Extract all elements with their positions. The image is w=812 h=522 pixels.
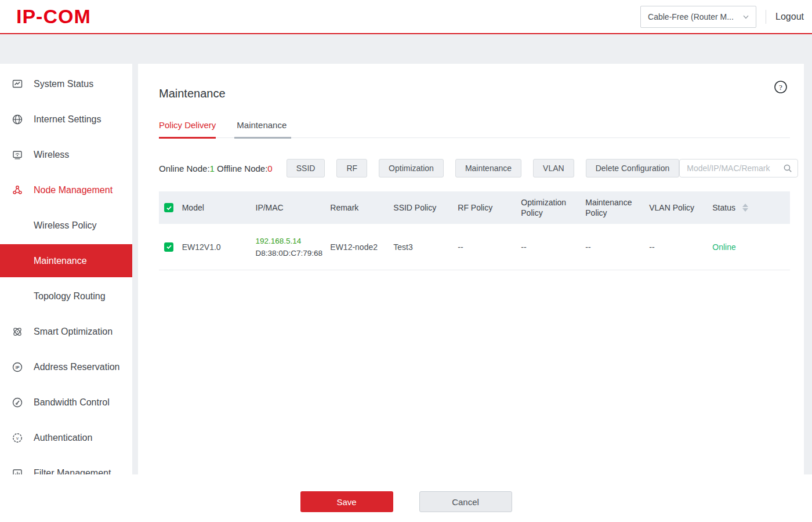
select-all-checkbox[interactable] <box>164 203 173 212</box>
globe-icon <box>12 114 23 125</box>
row-checkbox-cell <box>159 242 182 252</box>
page-title: Maintenance <box>159 87 790 100</box>
nodes-table: Model IP/MAC Remark SSID Policy RF Polic… <box>159 191 790 270</box>
save-button[interactable]: Save <box>300 491 393 512</box>
sidebar-item-label: Wireless <box>34 150 69 160</box>
column-header-optimization-policy: Optimization Policy <box>521 197 585 218</box>
sort-asc-icon[interactable] <box>742 204 748 207</box>
gauge-icon <box>12 397 23 408</box>
header-divider <box>766 10 766 24</box>
cell-rf-policy: -- <box>458 242 521 252</box>
node-count-summary: Online Node:1 Offline Node:0 <box>159 164 273 173</box>
top-header: IP-COM Cable-Free (Router M... Logout <box>0 0 812 34</box>
cell-mac: D8:38:0D:C7:79:68 <box>256 247 325 259</box>
sidebar-item-label: System Status <box>34 79 93 89</box>
search-box <box>679 159 798 177</box>
sort-desc-icon[interactable] <box>742 208 748 212</box>
sidebar-item-bandwidth-control[interactable]: Bandwidth Control <box>0 385 132 420</box>
vlan-button[interactable]: VLAN <box>533 159 574 177</box>
table-header-row: Model IP/MAC Remark SSID Policy RF Polic… <box>159 191 790 224</box>
column-header-remark: Remark <box>330 202 393 213</box>
header-checkbox-cell <box>159 203 182 212</box>
atom-icon <box>12 326 23 338</box>
sidebar-item-authentication[interactable]: v Authentication <box>0 420 132 455</box>
sidebar-item-address-reservation[interactable]: IP Address Reservation <box>0 349 132 385</box>
column-header-ssid-policy: SSID Policy <box>393 202 458 213</box>
ssid-button[interactable]: SSID <box>287 159 325 177</box>
cancel-button[interactable]: Cancel <box>419 491 512 512</box>
search-input[interactable] <box>679 159 798 177</box>
sidebar-item-label: Wireless Policy <box>34 220 96 231</box>
sidebar-item-internet-settings[interactable]: Internet Settings <box>0 102 132 137</box>
cell-ip: 192.168.5.14 <box>256 235 325 247</box>
bars-box-icon <box>12 467 23 475</box>
sort-arrows-icon[interactable] <box>742 204 748 212</box>
cell-vlan-policy: -- <box>649 242 712 252</box>
network-nodes-icon <box>12 184 23 196</box>
online-node-value: 1 <box>210 164 215 173</box>
row-checkbox[interactable] <box>164 242 173 252</box>
cell-ip-mac: 192.168.5.14 D8:38:0D:C7:79:68 <box>256 235 331 259</box>
logout-link[interactable]: Logout <box>775 12 804 22</box>
tab-maintenance[interactable]: Maintenance <box>237 120 287 137</box>
sidebar-item-label: Authentication <box>34 433 92 443</box>
cell-ssid-policy: Test3 <box>393 242 458 252</box>
sidebar-item-topology-routing[interactable]: Topology Routing <box>0 278 132 314</box>
cell-remark: EW12-node2 <box>330 242 393 252</box>
footer-bar: Save Cancel <box>0 474 812 522</box>
sidebar-item-label: Bandwidth Control <box>34 397 110 408</box>
sidebar-item-label: Node Management <box>34 185 113 195</box>
status-header-label: Status <box>712 202 735 213</box>
delete-configuration-button[interactable]: Delete Configuration <box>586 159 680 177</box>
sidebar-item-filter-management[interactable]: Filter Management <box>0 455 132 474</box>
search-icon[interactable] <box>782 163 793 173</box>
sidebar-nav: System Status Internet Settings Wireless… <box>0 64 132 474</box>
maintenance-button[interactable]: Maintenance <box>455 159 521 177</box>
sidebar-item-label: Maintenance <box>34 256 87 266</box>
chevron-down-icon <box>742 13 750 21</box>
svg-text:IP: IP <box>16 365 20 369</box>
help-icon[interactable]: ? <box>774 80 788 94</box>
svg-text:?: ? <box>779 83 782 92</box>
sidebar-item-smart-optimization[interactable]: Smart Optimization <box>0 314 132 349</box>
cell-maintenance-policy: -- <box>585 242 649 252</box>
header-band <box>0 35 812 64</box>
mode-selector-value: Cable-Free (Router M... <box>648 12 742 21</box>
header-right: Cable-Free (Router M... Logout <box>640 6 804 28</box>
main-content: Maintenance ? Policy Delivery Maintenanc… <box>138 64 804 474</box>
controls-row: Online Node:1 Offline Node:0 SSID RF Opt… <box>159 159 790 177</box>
mode-selector-dropdown[interactable]: Cable-Free (Router M... <box>640 6 756 28</box>
sidebar-item-label: Internet Settings <box>34 114 102 125</box>
online-node-label: Online Node: <box>159 164 210 173</box>
chart-monitor-icon <box>12 78 23 90</box>
wifi-device-icon <box>12 149 23 161</box>
sidebar-item-wireless[interactable]: Wireless <box>0 137 132 172</box>
offline-node-value: 0 <box>267 164 272 173</box>
column-header-maintenance-policy: Maintenance Policy <box>585 197 649 218</box>
column-header-rf-policy: RF Policy <box>458 202 521 213</box>
svg-text:v: v <box>16 436 19 441</box>
cell-optimization-policy: -- <box>521 242 585 252</box>
cell-model: EW12V1.0 <box>182 242 256 252</box>
ip-circle-icon: IP <box>12 361 23 373</box>
sidebar-item-label: Filter Management <box>34 468 111 475</box>
cell-status: Online <box>712 242 790 252</box>
table-row: EW12V1.0 192.168.5.14 D8:38:0D:C7:79:68 … <box>159 224 790 270</box>
sidebar-item-system-status[interactable]: System Status <box>0 66 132 102</box>
sidebar-item-wireless-policy[interactable]: Wireless Policy <box>0 208 132 243</box>
rf-button[interactable]: RF <box>336 159 367 177</box>
tab-policy-delivery[interactable]: Policy Delivery <box>159 120 216 137</box>
column-header-ip-mac: IP/MAC <box>256 202 331 213</box>
sidebar-item-label: Address Reservation <box>34 362 120 372</box>
offline-node-label: Offline Node: <box>217 164 267 173</box>
optimization-button[interactable]: Optimization <box>379 159 444 177</box>
sidebar-item-label: Topology Routing <box>34 291 106 302</box>
column-header-status: Status <box>712 202 790 213</box>
sidebar-item-maintenance[interactable]: Maintenance <box>0 244 132 277</box>
badge-icon: v <box>12 432 23 444</box>
sidebar-item-node-management[interactable]: Node Management <box>0 172 132 208</box>
sidebar-item-label: Smart Optimization <box>34 327 113 337</box>
tab-bar: Policy Delivery Maintenance <box>159 120 790 138</box>
ipcom-logo: IP-COM <box>16 5 91 28</box>
column-header-model: Model <box>182 202 256 213</box>
